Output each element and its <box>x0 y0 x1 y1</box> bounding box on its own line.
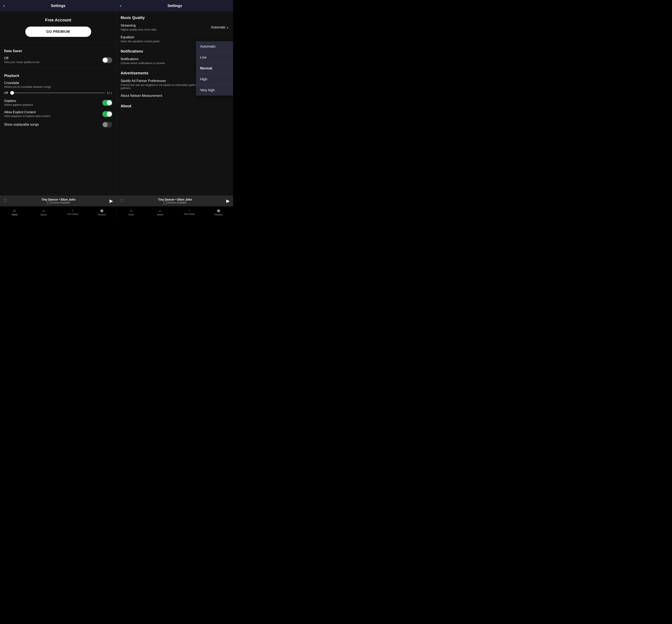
divider-2 <box>0 67 116 68</box>
left-devices-icon <box>47 201 50 204</box>
unplayable-toggle-thumb <box>103 122 108 127</box>
right-mini-player-title: Tiny Dancer • Elton John <box>124 198 226 201</box>
left-nav-library[interactable]: ⫶ Your Library <box>66 209 79 215</box>
right-home-label: Home <box>128 213 134 216</box>
right-home-icon: ⌂ <box>130 208 132 213</box>
right-library-label: Your Library <box>184 213 195 215</box>
left-home-label: Home <box>12 213 17 216</box>
left-mini-player-title: Tiny Dancer • Elton John <box>7 198 110 201</box>
right-bottom-nav: ⌂ Home ⌕ Search ⫶ Your Library ◉ Premium <box>116 206 233 218</box>
right-nav-premium[interactable]: ◉ Premium <box>212 208 224 216</box>
explicit-toggle-thumb <box>107 112 112 116</box>
data-saver-desc: Sets your music quality to low. <box>4 60 102 63</box>
dropdown-high[interactable]: High <box>196 74 233 85</box>
left-premium-label: Premium <box>98 213 106 216</box>
music-quality-header: Music Quality <box>116 11 233 22</box>
left-play-button[interactable]: ▶ <box>110 198 113 204</box>
explicit-desc: Allow playback of explicit-rated content <box>4 114 102 118</box>
right-header-title: Settings <box>167 4 182 8</box>
left-nav-home[interactable]: ⌂ Home <box>8 208 21 216</box>
divider-1 <box>0 43 116 43</box>
left-mini-player-info: Tiny Dancer • Elton John Devices Availab… <box>7 198 110 204</box>
dropdown-normal[interactable]: Normal <box>196 63 233 74</box>
left-panel: ‹ Settings Free Account GO PREMIUM Data … <box>0 0 116 218</box>
gapless-toggle-thumb <box>107 100 112 105</box>
left-mini-player: ♡ Tiny Dancer • Elton John Devices Avail… <box>0 196 116 206</box>
crossfade-desc: Allows you to crossfade between songs <box>4 85 112 88</box>
crossfade-slider-track[interactable] <box>10 93 105 93</box>
free-account-section: Free Account GO PREMIUM <box>0 11 116 41</box>
about-header: About <box>116 100 233 110</box>
left-nav-search[interactable]: ⌕ Search <box>37 208 50 216</box>
data-saver-label: Off <box>4 56 102 60</box>
equalizer-label: Equalizer <box>120 35 229 39</box>
left-header: ‹ Settings <box>0 0 116 11</box>
gapless-desc: Allows gapless playback <box>4 103 102 106</box>
gapless-row: Gapless Allows gapless playback <box>0 97 116 108</box>
right-devices-icon <box>164 201 166 204</box>
left-library-icon: ⫶ <box>72 209 74 212</box>
dropdown-automatic[interactable]: Automatic <box>196 41 233 52</box>
crossfade-controls: Off 12 s <box>4 91 112 95</box>
streaming-info: Streaming Higher quality uses more data. <box>120 24 211 31</box>
right-nav-home[interactable]: ⌂ Home <box>125 208 137 216</box>
gapless-toggle[interactable] <box>102 100 112 106</box>
crossfade-label: Crossfade <box>4 81 112 85</box>
streaming-desc: Higher quality uses more data. <box>120 28 211 31</box>
crossfade-off-label: Off <box>4 91 8 95</box>
unplayable-label: Show unplayable songs <box>4 123 102 126</box>
right-back-button[interactable]: ‹ <box>120 3 121 8</box>
right-search-label: Search <box>157 213 163 216</box>
crossfade-info: Crossfade Allows you to crossfade betwee… <box>4 81 112 88</box>
data-saver-header: Data Saver <box>0 45 116 54</box>
data-saver-info: Off Sets your music quality to low. <box>4 56 102 63</box>
data-saver-row: Off Sets your music quality to low. <box>0 54 116 66</box>
go-premium-button[interactable]: GO PREMIUM <box>25 27 91 37</box>
crossfade-max-label: 12 s <box>107 91 112 95</box>
right-premium-icon: ◉ <box>217 208 220 213</box>
data-saver-toggle[interactable] <box>102 57 112 63</box>
left-mini-player-sub: Devices Available <box>7 201 110 204</box>
left-header-title: Settings <box>51 4 65 8</box>
left-search-label: Search <box>41 213 47 216</box>
right-panel: ‹ Settings Music Quality Streaming Highe… <box>116 0 233 218</box>
right-mini-player: ♡ Tiny Dancer • Elton John Devices Avail… <box>116 196 233 206</box>
dropdown-low[interactable]: Low <box>196 52 233 63</box>
gapless-info: Gapless Allows gapless playback <box>4 99 102 106</box>
streaming-label: Streaming <box>120 24 211 27</box>
left-bottom-nav: ⌂ Home ⌕ Search ⫶ Your Library ◉ Premium <box>0 206 116 218</box>
right-mini-player-sub: Devices Available <box>124 201 226 204</box>
left-library-label: Your Library <box>67 213 78 215</box>
left-content: Free Account GO PREMIUM Data Saver Off S… <box>0 11 116 196</box>
right-library-icon: ⫶ <box>189 209 190 212</box>
explicit-label: Allow Explicit Content <box>4 110 102 114</box>
streaming-row[interactable]: Streaming Higher quality uses more data.… <box>116 22 233 33</box>
right-search-icon: ⌕ <box>159 208 161 213</box>
explicit-row: Allow Explicit Content Allow playback of… <box>0 108 116 120</box>
crossfade-slider-thumb[interactable] <box>10 91 14 95</box>
right-premium-label: Premium <box>214 213 222 216</box>
gapless-label: Gapless <box>4 99 102 103</box>
right-header: ‹ Settings <box>116 0 233 11</box>
left-search-icon: ⌕ <box>43 208 45 213</box>
explicit-info: Allow Explicit Content Allow playback of… <box>4 110 102 118</box>
dropdown-very-high[interactable]: Very high <box>196 85 233 96</box>
unplayable-toggle[interactable] <box>102 122 112 128</box>
left-heart-icon[interactable]: ♡ <box>3 198 7 204</box>
left-nav-premium[interactable]: ◉ Premium <box>96 208 108 216</box>
right-nav-search[interactable]: ⌕ Search <box>154 208 166 216</box>
right-content: Music Quality Streaming Higher quality u… <box>116 11 233 196</box>
crossfade-row: Crossfade Allows you to crossfade betwee… <box>0 79 116 90</box>
right-heart-icon[interactable]: ♡ <box>120 198 124 204</box>
free-account-title: Free Account <box>45 18 71 22</box>
crossfade-slider-row: Off 12 s <box>0 90 116 97</box>
unplayable-row: Show unplayable songs <box>0 120 116 130</box>
right-play-button[interactable]: ▶ <box>226 198 230 204</box>
data-saver-toggle-thumb <box>103 58 108 62</box>
quality-dropdown: Automatic Low Normal High Very high <box>196 41 233 96</box>
streaming-value[interactable]: Automatic ▲ <box>211 26 229 29</box>
right-nav-library[interactable]: ⫶ Your Library <box>183 209 195 215</box>
left-back-button[interactable]: ‹ <box>3 3 5 8</box>
explicit-toggle[interactable] <box>102 111 112 117</box>
unplayable-info: Show unplayable songs <box>4 123 102 126</box>
